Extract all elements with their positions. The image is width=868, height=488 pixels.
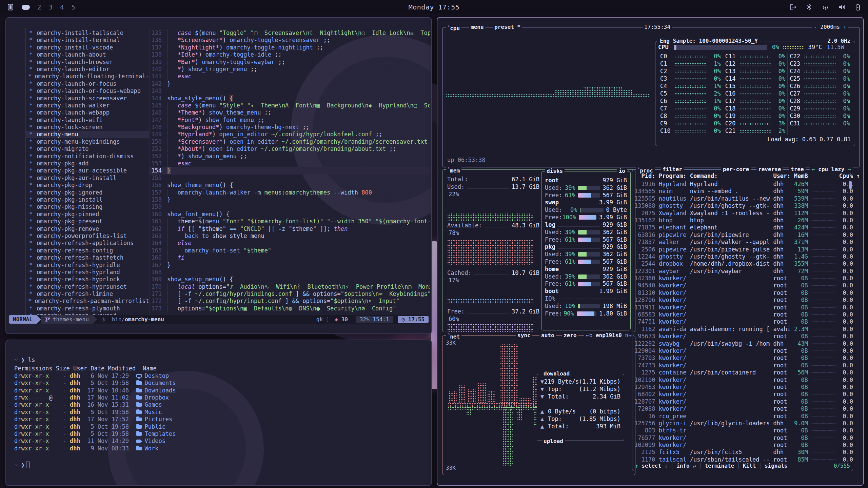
process-row[interactable]: 68402 kworker/ root 0B ┄┄┄┄┄┄┄ 0.0 bbox=[632, 391, 853, 398]
file-item[interactable]: *omarchy-launch-browser bbox=[25, 59, 149, 66]
process-row[interactable]: 73703 kworker/ root 0B ┄┄┄┄┄┄┄ 0.0 bbox=[632, 354, 853, 362]
info-button[interactable]: info bbox=[676, 462, 690, 469]
signals-button[interactable]: signals bbox=[765, 462, 787, 469]
file-item[interactable]: *omarchy-launch-floating-terminal- bbox=[25, 73, 149, 80]
bluetooth-icon[interactable] bbox=[806, 3, 812, 11]
process-row[interactable]: 131911 kworker/ root 0B ┄┄┄┄┄┄┄ 0.0 bbox=[632, 304, 853, 311]
file-item[interactable]: *omarchy-refresh-limine bbox=[25, 290, 149, 298]
file-item[interactable]: *omarchy-pkg-aur-install bbox=[25, 175, 149, 182]
io-button[interactable]: io bbox=[617, 167, 627, 175]
proc-scrollbar-thumb[interactable] bbox=[849, 181, 852, 189]
auto-button[interactable]: auto bbox=[539, 332, 556, 339]
file-item[interactable]: *omarchy-pkg-drop bbox=[25, 182, 149, 189]
file-item[interactable]: *omarchy-notification-dismiss bbox=[25, 153, 149, 160]
process-row[interactable]: 76577 kworker/ root 0B ┄┄┄┄┄┄┄ 0.0 bbox=[632, 434, 853, 442]
filter-button[interactable]: filter bbox=[661, 166, 684, 173]
process-row[interactable]: 71837 walker /usr/bin/walker --gappl dhh… bbox=[632, 239, 853, 246]
process-row[interactable]: 12244 ghostty /usr/bin/ghostty --gtk- dh… bbox=[632, 253, 853, 260]
sync-button[interactable]: sync bbox=[516, 332, 532, 339]
file-item[interactable]: *omarchy-pkg-present bbox=[25, 218, 149, 225]
file-item[interactable]: *omarchy-launch-screensaver bbox=[25, 95, 149, 102]
file-item[interactable]: *omarchy-refresh-fastfetch bbox=[25, 254, 149, 261]
process-row[interactable]: 2075 Xwayland Xwayland :1 -rootless - dh… bbox=[632, 210, 853, 217]
process-row[interactable]: 142360 kworker/ root 0B ┄┄┄┄┄┄┄ 0.0 bbox=[632, 275, 853, 282]
file-item[interactable]: *omarchy-refresh-hypridle bbox=[25, 262, 149, 269]
file-item[interactable]: *omarchy-launch-wifi bbox=[25, 117, 149, 124]
process-row[interactable]: 74751 kworker/ root 0B ┄┄┄┄┄┄┄ 0.0 bbox=[632, 318, 853, 325]
tree-button[interactable]: tree bbox=[789, 166, 806, 173]
process-row[interactable]: 803 btrfs-tr root 0B ┄┄┄┄┄┄┄ 0.0 bbox=[632, 427, 853, 434]
file-item[interactable]: *omarchy-pkg-aur-accessible bbox=[25, 167, 149, 174]
interface-switcher[interactable]: ←b enp191s0 n→ bbox=[584, 332, 633, 339]
file-item[interactable]: *omarchy-launch-about bbox=[25, 51, 149, 58]
neovim-editor[interactable]: *omarchy-install-tailscale*omarchy-insta… bbox=[6, 18, 431, 333]
process-row[interactable]: 68583 kworker/ root 0B ┄┄┄┄┄┄┄ 0.0 bbox=[632, 311, 853, 318]
file-item[interactable]: *omarchy-refresh-applications bbox=[25, 240, 149, 247]
process-row[interactable]: 16 rcu_pree root 0B ┄┄┄┄┄┄┄ 0.0 bbox=[632, 413, 853, 420]
preset-button[interactable]: preset * bbox=[493, 23, 522, 30]
menu-button[interactable]: menu bbox=[469, 23, 486, 30]
file-item[interactable]: *omarchy-pkg-ignored bbox=[25, 189, 149, 196]
process-row[interactable]: 128707 kworker/ root 0B ┄┄┄┄┄┄┄ 0.0 bbox=[632, 398, 853, 405]
process-row[interactable]: 1162 avahi-da avahi-daemon: running [ av… bbox=[632, 326, 853, 333]
mem-tab[interactable]: ²mem bbox=[446, 166, 461, 174]
process-row[interactable]: 1916 Hyprland Hyprland dhh 426M ┄┄┄┄┄┄┄ … bbox=[632, 181, 853, 188]
file-item[interactable]: *omarchy-pkg-pinned bbox=[25, 211, 149, 218]
process-row[interactable]: 102100 kworker/ root 0B ┄┄┄┄┄┄┄ 0.0 bbox=[632, 377, 853, 384]
process-row[interactable]: 63816 pipewire /usr/bin/pipewire dhh 16M… bbox=[632, 231, 853, 239]
file-item[interactable]: *omarchy-refresh-hyprsunset bbox=[25, 283, 149, 290]
process-row[interactable]: 95673 kworker/ root 0B ┄┄┄┄┄┄┄ 0.0 bbox=[632, 333, 853, 340]
file-item[interactable]: *omarchy-powerprofiles-list bbox=[25, 232, 149, 240]
file-item[interactable]: *omarchy-refresh-config bbox=[25, 247, 149, 254]
file-item[interactable]: *omarchy-pkg-install bbox=[25, 196, 149, 203]
file-item[interactable]: *omarchy-refresh-hyprlock bbox=[25, 276, 149, 283]
file-item[interactable]: *omarchy-pkg-missing bbox=[25, 203, 149, 210]
process-row[interactable]: 134565 nvim nvim --embed . dhh 59M ┄┄┄┄┄… bbox=[632, 188, 853, 195]
file-item[interactable]: *omarchy-launch-walker bbox=[25, 102, 149, 109]
volume-icon[interactable] bbox=[838, 3, 846, 11]
process-row[interactable]: 2544 dropbox /home/dhh/.dropbox-dist dhh… bbox=[632, 260, 853, 267]
file-item[interactable]: *omarchy-launch-editor bbox=[25, 66, 149, 73]
process-row[interactable]: 135162 btop btop dhh 26M ┄┄┄┄┄┄┄ 0.0 bbox=[632, 217, 853, 224]
file-item[interactable]: *omarchy-launch-or-focus-webapp bbox=[25, 87, 149, 95]
workspace-5[interactable]: 5 bbox=[71, 3, 75, 11]
file-item[interactable]: *omarchy-lock-screen bbox=[25, 124, 149, 131]
process-row[interactable]: 2506 pipewire /usr/bin/pipewire-pulse dh… bbox=[632, 246, 853, 253]
file-item[interactable]: *omarchy-launch-or-focus bbox=[25, 80, 149, 87]
broadcast-icon[interactable] bbox=[821, 3, 829, 11]
select-down-key[interactable]: ↓ bbox=[665, 462, 668, 469]
code-pane[interactable]: 135▏ case $(menu "Toggle" "▢ Screensaver… bbox=[150, 29, 430, 312]
file-item[interactable]: *omarchy-menu-keybindings bbox=[25, 138, 149, 145]
process-row[interactable]: 122292 swaybg /usr/bin/swaybg -i /hom dh… bbox=[632, 340, 853, 347]
file-item[interactable]: *omarchy-refresh-pacman-mirrorlist bbox=[25, 298, 149, 305]
process-row[interactable]: 102099 kworker/ root 0B ┄┄┄┄┄┄┄ 0.0 bbox=[632, 442, 853, 449]
file-item[interactable]: *omarchy-pkg-remove bbox=[25, 225, 149, 232]
select-up-key[interactable]: ↑ bbox=[635, 462, 638, 469]
file-item[interactable]: *omarchy-install-tailscale bbox=[25, 29, 149, 37]
workspace-2[interactable]: 2 bbox=[37, 3, 41, 11]
process-row[interactable]: 2125 fcitx5 /usr/bin/fcitx5 dhh 30M ┄┄┄┄… bbox=[632, 449, 853, 456]
app-window-icon[interactable] bbox=[7, 3, 14, 11]
prompt-line-current[interactable]: ~ ❯ bbox=[14, 462, 431, 469]
process-row[interactable]: 128706 kworker/ root 0B ┄┄┄┄┄┄┄ 0.0 bbox=[632, 297, 853, 304]
process-row[interactable]: 135088 ghostty /usr/bin/ghostty --gtk- d… bbox=[632, 202, 853, 209]
file-item[interactable]: *omarchy-launch-webapp bbox=[25, 109, 149, 116]
zero-button[interactable]: zero bbox=[562, 332, 578, 339]
terminate-button[interactable]: terminate bbox=[705, 462, 734, 469]
update-interval[interactable]: - 2000ms + bbox=[812, 23, 848, 30]
process-row[interactable]: 71835 elephant elephant dhh 424M ┄┄┄┄┄┄┄… bbox=[632, 224, 853, 231]
file-item[interactable]: *omarchy-migrate bbox=[25, 145, 149, 152]
file-item[interactable]: *omarchy-refresh-hyprland bbox=[25, 269, 149, 276]
process-row[interactable]: 74733 kworker/ root 0B ┄┄┄┄┄┄┄ 0.0 bbox=[632, 362, 853, 369]
process-row[interactable]: 81310 kworker/ root 0B ┄┄┄┄┄┄┄ 0.0 bbox=[632, 289, 853, 297]
process-row[interactable]: 122301 waybar /usr/bin/waybar dhh 72M ┄┄… bbox=[632, 268, 853, 275]
logout-icon[interactable] bbox=[789, 3, 797, 11]
per-core-button[interactable]: per-core bbox=[721, 166, 751, 173]
workspace-4[interactable]: 4 bbox=[60, 3, 64, 11]
process-row[interactable]: 129004 kworker/ root 0B ┄┄┄┄┄┄┄ 0.0 bbox=[632, 347, 853, 354]
reverse-button[interactable]: reverse bbox=[756, 166, 783, 173]
process-row[interactable]: 125505 nautilus /usr/bin/nautilus --new … bbox=[632, 195, 853, 202]
process-row[interactable]: 94540 kworker/ root 0B ┄┄┄┄┄┄┄ 0.0 bbox=[632, 282, 853, 289]
file-explorer[interactable]: *omarchy-install-tailscale*omarchy-insta… bbox=[25, 29, 149, 320]
battery-icon[interactable] bbox=[855, 3, 861, 11]
